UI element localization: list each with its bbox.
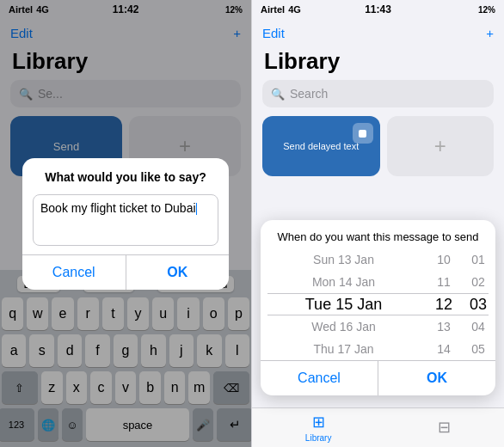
left-panel: Airtel 4G 11:42 12% Edit + Library 🔍 Se.… (0, 0, 252, 447)
dialog-input-wrap[interactable]: Book my flight ticket to Dubai (33, 194, 218, 246)
picker-buttons: Cancel OK (261, 360, 495, 395)
picker-col-hours[interactable]: 10 11 12 13 14 (427, 248, 461, 360)
dialog-cancel-button[interactable]: Cancel (22, 255, 126, 290)
picker-day-0: Sun 13 Jan (261, 248, 427, 271)
search-text-right: Search (290, 87, 328, 101)
picker-min-1: 02 (461, 271, 495, 293)
dialog-overlay-left: What would you like to say? Book my flig… (0, 0, 251, 447)
picker-day-2: Tue 15 Jan (261, 293, 427, 315)
picker-col-minutes[interactable]: 01 02 03 04 05 (461, 248, 495, 360)
network-right: 4G (288, 4, 301, 15)
picker-columns[interactable]: Sun 13 Jan Mon 14 Jan Tue 15 Jan Wed 16 … (261, 248, 495, 360)
picker-title: When do you want this message to send (261, 220, 495, 248)
picker-col-days[interactable]: Sun 13 Jan Mon 14 Jan Tue 15 Jan Wed 16 … (261, 248, 427, 360)
say-dialog: What would you like to say? Book my flig… (22, 158, 229, 290)
tab-library[interactable]: ⊞ Library (305, 413, 332, 443)
add-button-right[interactable]: + (486, 26, 494, 40)
dialog-buttons: Cancel OK (22, 255, 229, 290)
picker-min-3: 04 (461, 315, 495, 338)
stop-icon (359, 130, 366, 138)
dialog-ok-button[interactable]: OK (126, 255, 230, 290)
status-bar-right: Airtel 4G 11:43 12% (252, 0, 504, 19)
picker-day-1: Mon 14 Jan (261, 271, 427, 293)
dialog-title: What would you like to say? (22, 158, 229, 189)
time-right: 11:43 (365, 3, 391, 15)
picker-min-0: 01 (461, 248, 495, 271)
top-bar-right: Edit + (252, 19, 504, 46)
add-card-icon-right: + (434, 134, 446, 158)
stop-button[interactable] (353, 123, 373, 144)
library-tab-label: Library (305, 433, 332, 443)
picker-day-3: Wed 16 Jan (261, 315, 427, 338)
dialog-input-text: Book my flight ticket to Dubai (40, 201, 196, 215)
right-panel: Airtel 4G 11:43 12% Edit + Library 🔍 Sea… (252, 0, 504, 447)
picker-hour-1: 11 (427, 271, 461, 293)
send-delayed-label: Send delayed text (283, 141, 359, 151)
text-cursor (196, 203, 198, 215)
picker-min-4: 05 (461, 338, 495, 360)
battery-text-right: 12% (478, 5, 495, 15)
cards-area-right: Send delayed text + (252, 116, 504, 176)
page-title-right: Library (252, 46, 504, 80)
add-card-right[interactable]: + (387, 116, 495, 176)
picker-cancel-button[interactable]: Cancel (261, 361, 378, 395)
search-bar-right[interactable]: 🔍 Search (262, 80, 494, 107)
search-icon-right: 🔍 (271, 88, 285, 101)
picker-day-4: Thu 17 Jan (261, 338, 427, 360)
send-delayed-card[interactable]: Send delayed text (262, 116, 380, 176)
library-tab-icon: ⊞ (312, 413, 325, 432)
other-tab-icon: ⊟ (438, 418, 451, 437)
picker-min-2: 03 (461, 293, 495, 315)
picker-hour-4: 14 (427, 338, 461, 360)
picker-hour-3: 13 (427, 315, 461, 338)
picker-hour-2: 12 (427, 293, 461, 315)
edit-button-right[interactable]: Edit (262, 26, 285, 40)
tab-other[interactable]: ⊟ (438, 418, 451, 438)
tab-bar-right: ⊞ Library ⊟ (252, 407, 504, 447)
datetime-picker: When do you want this message to send Su… (261, 220, 495, 395)
picker-hour-0: 10 (427, 248, 461, 271)
picker-ok-button[interactable]: OK (378, 361, 495, 395)
carrier-right: Airtel (261, 4, 285, 15)
